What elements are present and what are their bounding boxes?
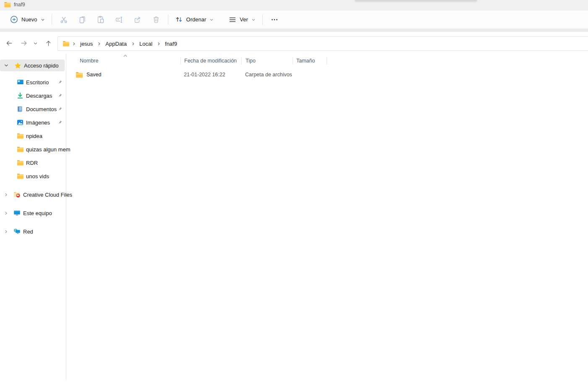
cut-icon (60, 16, 68, 24)
column-header-label: Fecha de modificación (184, 58, 237, 64)
sidebar-item-label: unos vids (26, 173, 49, 179)
star-icon (14, 62, 21, 69)
sidebar-item-label: Descargas (26, 93, 52, 99)
toolbar-separator (262, 15, 263, 25)
sidebar-item-imagenes[interactable]: Imágenes (0, 117, 65, 128)
paste-icon (97, 16, 105, 24)
arrow-up-icon (45, 40, 52, 47)
circle-plus-icon (10, 16, 18, 23)
column-header-label: Tamaño (296, 58, 315, 64)
sidebar-item-unos-vids[interactable]: unos vids (0, 170, 65, 182)
sidebar-item-red[interactable]: Red (0, 226, 65, 237)
content-area: Acceso rápido Escritorio Descargas (0, 54, 588, 382)
breadcrumb-item-appdata[interactable]: AppData (102, 39, 130, 49)
sidebar-item-label: quizas algun mem (26, 146, 71, 153)
chevron-down-icon (209, 18, 214, 22)
breadcrumb-separator-icon (155, 42, 162, 46)
share-button[interactable] (128, 13, 147, 27)
folder-icon (17, 133, 24, 139)
copy-icon (78, 16, 86, 24)
this-pc-icon (13, 210, 21, 216)
chevron-down-icon (251, 18, 256, 22)
folder-icon (17, 173, 24, 179)
view-icon (229, 16, 236, 23)
sidebar-item-quizas-algun-mem[interactable]: quizas algun mem (0, 143, 65, 155)
chevron-down-icon (41, 18, 45, 22)
file-type: Carpeta de archivos (241, 72, 292, 78)
forward-button[interactable] (18, 37, 30, 49)
file-list-pane: Nombre Fecha de modificación Tipo Tamaño (66, 54, 588, 382)
back-button[interactable] (3, 37, 16, 49)
rename-button[interactable] (110, 13, 128, 27)
window-tab[interactable]: fnaf9 (4, 2, 25, 8)
breadcrumb-item-local[interactable]: Local (136, 39, 155, 49)
column-header-tamano[interactable]: Tamaño (293, 55, 327, 67)
address-bar[interactable]: jesus AppData Local fnaf9 (57, 36, 588, 51)
network-icon (13, 228, 21, 235)
file-name: Saved (86, 72, 101, 78)
view-button[interactable]: Ver (225, 13, 260, 27)
column-divider[interactable] (327, 57, 327, 65)
sidebar-item-npidea[interactable]: npidea (0, 130, 65, 142)
chevron-right-icon[interactable] (4, 211, 9, 216)
new-button[interactable]: Nuevo (6, 13, 49, 27)
command-bar: Nuevo (0, 10, 588, 29)
column-header-nombre[interactable]: Nombre (66, 55, 180, 67)
share-icon (133, 16, 142, 24)
sort-button-label: Ordenar (186, 16, 206, 23)
breadcrumb-separator-icon (96, 42, 102, 46)
sidebar-item-este-equipo[interactable]: Este equipo (0, 207, 65, 219)
more-options-button[interactable] (265, 13, 284, 27)
column-header-tipo[interactable]: Tipo (242, 55, 293, 67)
paste-button[interactable] (91, 13, 110, 27)
breadcrumb-item-fnaf9[interactable]: fnaf9 (162, 39, 180, 49)
pin-icon (57, 107, 62, 111)
sidebar-item-label: Acceso rápido (24, 62, 58, 69)
column-header-label: Tipo (246, 58, 256, 64)
folder-icon (76, 72, 83, 78)
toolbar-separator (52, 15, 52, 25)
folder-icon (17, 146, 24, 152)
chevron-right-icon[interactable] (4, 229, 9, 234)
chevron-down-icon[interactable] (4, 63, 9, 68)
pictures-icon (17, 119, 24, 126)
view-button-label: Ver (240, 16, 248, 23)
recent-locations-button[interactable] (30, 37, 40, 49)
sidebar-item-documentos[interactable]: Documentos (0, 103, 65, 115)
sidebar-item-quick-access[interactable]: Acceso rápido (0, 60, 65, 71)
documents-icon (17, 106, 24, 112)
cut-button[interactable] (55, 13, 73, 27)
arrow-right-icon (20, 39, 28, 47)
folder-icon (4, 2, 11, 8)
delete-button[interactable] (147, 13, 165, 27)
window-tab-title: fnaf9 (14, 2, 25, 8)
chevron-down-icon (33, 41, 38, 46)
trash-icon (152, 16, 160, 24)
sort-button[interactable]: Ordenar (171, 13, 218, 27)
sidebar-item-descargas[interactable]: Descargas (0, 90, 65, 101)
sidebar-item-label: Creative Cloud Files (23, 192, 72, 198)
sidebar: Acceso rápido Escritorio Descargas (0, 54, 66, 380)
up-button[interactable] (42, 37, 55, 49)
chevron-right-icon[interactable] (4, 192, 9, 197)
column-header-fecha[interactable]: Fecha de modificación (181, 55, 241, 67)
sidebar-item-rdr[interactable]: RDR (0, 157, 65, 169)
sidebar-item-label: Documentos (26, 106, 57, 112)
column-headers: Nombre Fecha de modificación Tipo Tamaño (66, 55, 385, 67)
folder-icon (63, 41, 70, 47)
file-modified-date: 21-01-2022 16:22 (180, 72, 241, 78)
ellipsis-icon (270, 16, 279, 24)
rename-icon (115, 16, 123, 24)
sort-icon (175, 16, 183, 23)
file-row-saved[interactable]: Saved 21-01-2022 16:22 Carpeta de archiv… (66, 69, 385, 81)
sidebar-item-label: RDR (26, 160, 38, 166)
sidebar-item-escritorio[interactable]: Escritorio (0, 76, 65, 88)
breadcrumb-item-jesus[interactable]: jesus (77, 39, 96, 49)
sidebar-item-label: Imágenes (26, 120, 50, 126)
creative-cloud-icon (13, 192, 21, 198)
copy-button[interactable] (73, 13, 91, 27)
pin-icon (57, 120, 62, 125)
title-bar: fnaf9 (0, 0, 588, 10)
sidebar-item-creative-cloud-files[interactable]: Creative Cloud Files (0, 189, 65, 200)
sidebar-item-label: npidea (26, 133, 42, 139)
